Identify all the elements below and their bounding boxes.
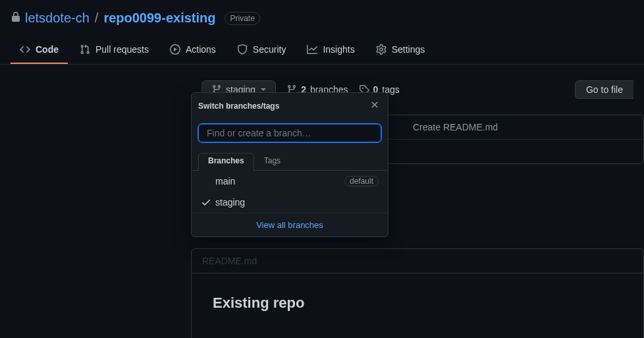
close-icon[interactable]: [368, 98, 381, 113]
commit-message: Create README.md: [413, 122, 498, 132]
main-content: staging 2 branches 0 tags Go to file Cre…: [0, 65, 644, 99]
tab-settings[interactable]: Settings: [367, 39, 435, 64]
repo-link[interactable]: repo0099-existing: [103, 11, 215, 26]
tab-actions-label: Actions: [186, 44, 216, 55]
tab-pull-requests[interactable]: Pull requests: [70, 39, 158, 64]
tab-settings-label: Settings: [392, 44, 425, 55]
owner-link[interactable]: letsdote-ch: [25, 11, 90, 26]
branch-search-input[interactable]: [198, 124, 381, 142]
readme-header-row: README.md: [191, 248, 644, 273]
check-icon: [201, 197, 211, 208]
readme-filename: README.md: [202, 256, 257, 266]
visibility-badge: Private: [225, 12, 259, 25]
tab-insights-label: Insights: [323, 44, 354, 55]
go-to-file-button[interactable]: Go to file: [575, 80, 633, 99]
default-badge: default: [344, 176, 379, 186]
branch-switcher-popover: Switch branches/tags Branches Tags main …: [191, 92, 389, 237]
popover-search: [192, 119, 388, 148]
branch-item-main[interactable]: main default: [192, 171, 388, 192]
path-separator: /: [95, 11, 99, 26]
branch-name: staging: [215, 197, 245, 208]
branch-list: main default staging: [192, 170, 388, 213]
tab-security-label: Security: [253, 44, 286, 55]
popover-header: Switch branches/tags: [192, 93, 388, 119]
view-all-branches-link[interactable]: View all branches: [192, 213, 388, 237]
popover-tab-tags[interactable]: Tags: [254, 153, 290, 171]
popover-tab-branches[interactable]: Branches: [198, 153, 254, 171]
readme-box: Existing repo: [191, 273, 644, 338]
repo-header: letsdote-ch / repo0099-existing Private: [0, 0, 644, 26]
tab-pulls-label: Pull requests: [95, 44, 149, 55]
popover-tabs: Branches Tags: [192, 148, 388, 171]
readme-heading: Existing repo: [213, 289, 622, 317]
lock-icon: [11, 12, 21, 24]
branch-item-staging[interactable]: staging: [192, 192, 388, 213]
popover-title: Switch branches/tags: [198, 101, 279, 111]
tab-actions[interactable]: Actions: [161, 39, 225, 64]
tab-code-label: Code: [36, 44, 59, 55]
repo-nav: Code Pull requests Actions Security Insi…: [0, 39, 644, 65]
tab-security[interactable]: Security: [228, 39, 296, 64]
caret-down-icon: [261, 88, 266, 91]
branch-name: main: [215, 176, 235, 186]
tab-insights[interactable]: Insights: [298, 39, 363, 64]
tab-code[interactable]: Code: [11, 39, 68, 64]
